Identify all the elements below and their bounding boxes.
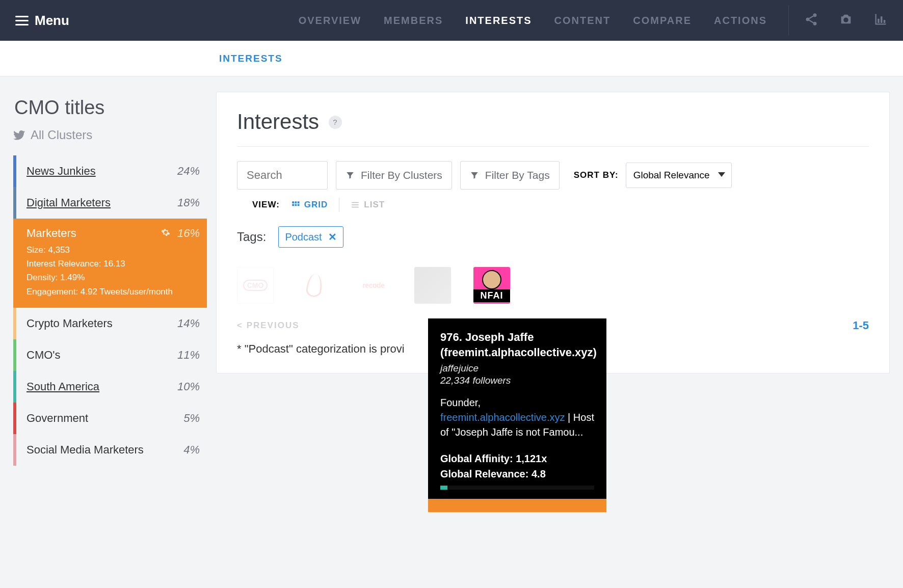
tags-row: Tags: Podcast ✕ (237, 226, 869, 248)
svg-rect-15 (352, 207, 359, 208)
cluster-crypto-marketers[interactable]: Crypto Marketers 14% (13, 308, 207, 339)
svg-rect-14 (352, 204, 359, 205)
thumb-4[interactable] (414, 267, 451, 304)
svg-rect-7 (292, 201, 294, 203)
navbar: Menu OVERVIEW MEMBERS INTERESTS CONTENT … (0, 0, 903, 41)
thumb-2[interactable] (296, 267, 333, 304)
cluster-marketers[interactable]: Marketers 16% Size: 4,353 Interest Relev… (13, 219, 207, 308)
tags-label: Tags: (237, 230, 266, 244)
share-icon[interactable] (804, 12, 818, 29)
card-title: Interests (237, 110, 319, 134)
filter-clusters-button[interactable]: Filter By Clusters (336, 161, 452, 190)
svg-rect-12 (298, 204, 300, 206)
tab-actions[interactable]: ACTIONS (714, 15, 767, 26)
thumb-1[interactable]: CMO (237, 267, 274, 304)
tooltip-bio-link[interactable]: freemint.alphacollective.xyz (440, 412, 565, 423)
tab-compare[interactable]: COMPARE (633, 15, 692, 26)
sort-label: SORT BY: (574, 170, 619, 180)
svg-point-2 (813, 22, 817, 25)
svg-rect-11 (295, 204, 297, 206)
svg-rect-5 (881, 16, 883, 23)
cluster-list: News Junkies 24% Digital Marketers 18% M… (13, 155, 207, 466)
tooltip: 976. Joseph Jaffe (freemint.alphacollect… (428, 318, 606, 512)
tag-podcast[interactable]: Podcast ✕ (278, 226, 343, 248)
tooltip-metrics: Global Affinity: 1,121x Global Relevance… (440, 451, 594, 482)
filter-icon (470, 171, 479, 180)
filter-icon (346, 171, 355, 180)
chart-icon[interactable] (873, 12, 888, 29)
tooltip-bar (440, 486, 594, 490)
svg-rect-4 (878, 19, 880, 23)
page-range: 1-5 (853, 319, 869, 332)
help-icon[interactable]: ? (329, 116, 342, 129)
search-box[interactable] (237, 161, 328, 190)
sidebar: CMO titles All Clusters News Junkies 24%… (13, 92, 207, 466)
svg-rect-9 (298, 201, 300, 203)
grid-icon (291, 200, 300, 209)
view-label: VIEW: (252, 200, 280, 210)
tab-members[interactable]: MEMBERS (384, 15, 443, 26)
thumb-5[interactable]: NFAI (473, 267, 510, 304)
svg-rect-13 (352, 202, 359, 203)
subnav-interests[interactable]: INTERESTS (219, 53, 283, 64)
tooltip-bio: Founder, freemint.alphacollective.xyz | … (440, 395, 594, 440)
svg-point-1 (806, 18, 810, 21)
tooltip-footer (428, 499, 606, 512)
menu-button[interactable]: Menu (15, 13, 69, 29)
cluster-social-media-marketers[interactable]: Social Media Marketers 4% (13, 434, 207, 466)
svg-rect-6 (884, 20, 886, 23)
svg-rect-10 (292, 204, 294, 206)
nav-icons (804, 12, 888, 29)
view-list-button[interactable]: LIST (351, 200, 385, 210)
close-icon[interactable]: ✕ (328, 231, 337, 243)
cluster-stats: Size: 4,353 Interest Relevance: 16.13 De… (26, 240, 200, 299)
controls-row: Filter By Clusters Filter By Tags SORT B… (237, 161, 869, 212)
view-grid-button[interactable]: GRID (291, 200, 328, 210)
camera-icon[interactable] (839, 12, 853, 29)
menu-label: Menu (35, 13, 69, 29)
svg-point-0 (813, 13, 817, 17)
search-input[interactable] (247, 169, 318, 182)
nav-tabs: OVERVIEW MEMBERS INTERESTS CONTENT COMPA… (299, 15, 767, 26)
chevron-down-icon (718, 172, 725, 177)
tab-content[interactable]: CONTENT (554, 15, 611, 26)
svg-point-3 (843, 18, 848, 22)
nav-separator (788, 5, 789, 36)
previous-button[interactable]: < PREVIOUS (237, 320, 300, 331)
filter-tags-button[interactable]: Filter By Tags (460, 161, 560, 190)
tab-overview[interactable]: OVERVIEW (299, 15, 361, 26)
list-icon (351, 200, 360, 209)
sidebar-subtitle[interactable]: All Clusters (13, 128, 207, 155)
sort-wrap: SORT BY: Global Relevance (574, 163, 732, 188)
thumb-3[interactable]: recode (355, 267, 392, 304)
hamburger-icon (15, 13, 29, 28)
view-separator (339, 198, 339, 212)
tooltip-handle: jaffejuice (440, 363, 594, 374)
sort-select[interactable]: Global Relevance (626, 163, 732, 188)
cluster-government[interactable]: Government 5% (13, 403, 207, 434)
divider (237, 146, 869, 147)
tab-interests[interactable]: INTERESTS (465, 15, 532, 26)
tooltip-title: 976. Joseph Jaffe (freemint.alphacollect… (440, 330, 594, 360)
tooltip-followers: 22,334 followers (440, 375, 594, 386)
subnav: INTERESTS (0, 41, 903, 76)
svg-rect-8 (295, 201, 297, 203)
gear-icon[interactable] (161, 228, 170, 239)
cluster-south-america[interactable]: South America 10% (13, 371, 207, 403)
sidebar-title: CMO titles (13, 92, 207, 128)
avatar (482, 270, 501, 289)
thumbnails: CMO recode NFAI (237, 267, 869, 304)
sidebar-subtitle-text: All Clusters (31, 128, 92, 142)
cluster-cmos[interactable]: CMO's 11% (13, 339, 207, 371)
cluster-digital-marketers[interactable]: Digital Marketers 18% (13, 187, 207, 219)
view-wrap: VIEW: GRID LIST (252, 198, 385, 212)
cluster-news-junkies[interactable]: News Junkies 24% (13, 155, 207, 187)
twitter-icon (13, 129, 25, 141)
